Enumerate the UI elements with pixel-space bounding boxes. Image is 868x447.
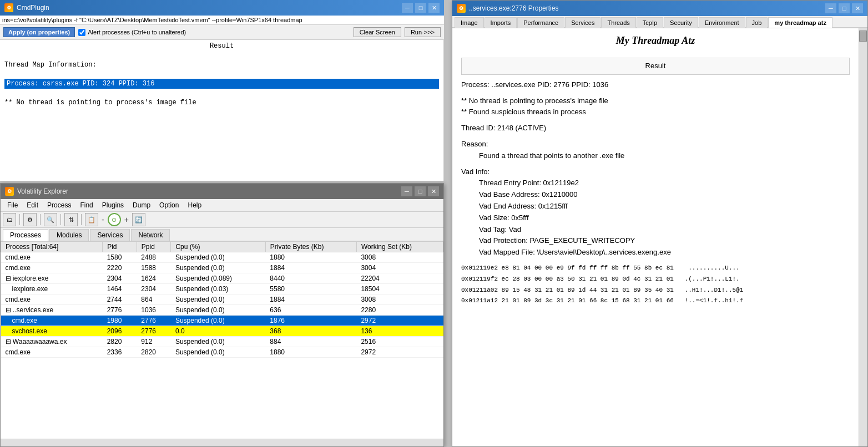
- table-row[interactable]: ⊟ Waaaawaaawa.ex 2820 912 Suspended (0.0…: [1, 337, 443, 347]
- tool-circle[interactable]: ⊙: [108, 213, 121, 226]
- run-button[interactable]: Run->>>: [405, 27, 441, 37]
- table-row[interactable]: cmd.exe 2336 2820 Suspended (0.0) 1880 2…: [1, 347, 443, 358]
- cell-pid: 1980: [103, 316, 137, 326]
- cell-cpu: Suspended (0.0): [171, 305, 265, 316]
- vol-close-button[interactable]: ✕: [428, 186, 439, 196]
- tool-refresh[interactable]: 🔄: [132, 213, 145, 226]
- table-row[interactable]: ⊟ ..services.exe 2776 1036 Suspended (0.…: [1, 305, 443, 316]
- cell-private: 368: [265, 326, 356, 337]
- tab-network[interactable]: Network: [131, 229, 170, 241]
- props-reason-section: Reason: Found a thread that points to an…: [461, 139, 850, 162]
- tool-settings[interactable]: ⚙: [23, 213, 37, 226]
- tab-threads[interactable]: Threads: [601, 17, 635, 28]
- col-working: Working Set (Kb): [356, 242, 443, 252]
- menu-find[interactable]: Find: [75, 200, 97, 210]
- cell-cpu: Suspended (0.0): [171, 294, 265, 305]
- tool-search[interactable]: 🔍: [44, 213, 57, 226]
- props-close-button[interactable]: ✕: [852, 3, 863, 13]
- tab-modules[interactable]: Modules: [49, 229, 89, 241]
- table-row[interactable]: cmd.exe 1580 2488 Suspended (0.0) 1880 3…: [1, 252, 443, 263]
- clear-screen-button[interactable]: Clear Screen: [354, 27, 401, 37]
- volatility-window: ⚙ Volatility Explorer ─ □ ✕ File Edit Pr…: [0, 183, 444, 447]
- cell-process: iexplore.exe: [1, 284, 103, 294]
- tab-tcpip[interactable]: TcpIp: [637, 17, 663, 28]
- output-thread-map: Thread Map Information:: [4, 61, 439, 69]
- tool-export[interactable]: 📋: [85, 213, 98, 226]
- cell-pid: 2744: [103, 294, 137, 305]
- menu-option[interactable]: Option: [155, 200, 183, 210]
- process-info: Process: ..services.exe PID: 2776 PPID: …: [461, 80, 608, 89]
- scrollbar-thumb[interactable]: [859, 31, 867, 42]
- tab-performance[interactable]: Performance: [517, 17, 564, 28]
- vad-field-1: Thread Entry Point: 0x12119e2: [479, 177, 850, 189]
- cell-ppid: 2488: [137, 252, 171, 263]
- sep3: [60, 214, 61, 225]
- apply-button[interactable]: Apply (on properties): [3, 27, 75, 37]
- tab-security[interactable]: Security: [664, 17, 698, 28]
- titlebar-title-area: ⚙ CmdPlugin: [4, 3, 49, 12]
- cell-process: cmd.exe: [1, 263, 103, 273]
- col-private: Private Bytes (Kb): [265, 242, 356, 252]
- vad-field-5: Vad Tag: Vad: [479, 224, 850, 236]
- thread-id-text: Thread ID: 2148 (ACTIVE): [461, 124, 546, 132]
- props-vad-section: Vad Info: Thread Entry Point: 0x12119e2 …: [461, 166, 850, 258]
- cell-process: ⊟ Waaaawaaawa.ex: [1, 337, 103, 347]
- cell-process: ⊟ ..services.exe: [1, 305, 103, 316]
- col-process: Process [Total:64]: [1, 242, 103, 252]
- cell-ppid: 1624: [137, 273, 171, 284]
- table-header-row: Process [Total:64] Pid Ppid Cpu (%) Priv…: [1, 242, 443, 252]
- cell-process: cmd.exe: [1, 294, 103, 305]
- tab-mythreadmap[interactable]: my threadmap atz: [768, 17, 832, 28]
- menu-file[interactable]: File: [3, 200, 22, 210]
- process-table-container: Process [Total:64] Pid Ppid Cpu (%) Priv…: [1, 241, 443, 439]
- cell-working: 3004: [356, 263, 443, 273]
- cell-pid: 2820: [103, 337, 137, 347]
- vertical-scrollbar[interactable]: [859, 28, 867, 446]
- window-controls: ─ □ ✕: [402, 3, 440, 13]
- tab-job[interactable]: Job: [746, 17, 768, 28]
- table-row[interactable]: cmd.exe 2220 1588 Suspended (0.0) 1884 3…: [1, 263, 443, 273]
- cell-cpu: 0.0: [171, 326, 265, 337]
- maximize-button[interactable]: □: [415, 3, 426, 13]
- vol-minimize-button[interactable]: ─: [401, 186, 412, 196]
- tool-arrows[interactable]: ⇅: [64, 213, 78, 226]
- cell-working: 2516: [356, 337, 443, 347]
- vad-field-4: Vad Size: 0x5fff: [479, 212, 850, 224]
- minimize-button[interactable]: ─: [402, 3, 413, 13]
- close-button[interactable]: ✕: [428, 3, 440, 13]
- cell-private: 1880: [265, 252, 356, 263]
- tab-image[interactable]: Image: [455, 17, 484, 28]
- table-row-highlighted-yellow[interactable]: svchost.exe 2096 2776 0.0 368 136: [1, 326, 443, 337]
- menu-plugins[interactable]: Plugins: [98, 200, 128, 210]
- cell-working: 22204: [356, 273, 443, 284]
- cell-working: 3008: [356, 252, 443, 263]
- tab-services[interactable]: Services: [90, 229, 130, 241]
- tool-open[interactable]: 🗂: [3, 213, 16, 226]
- props-minimize-button[interactable]: ─: [825, 3, 836, 13]
- tab-imports[interactable]: Imports: [485, 17, 517, 28]
- tab-environment[interactable]: Environment: [699, 17, 745, 28]
- menu-edit[interactable]: Edit: [22, 200, 43, 210]
- table-row[interactable]: ⊟ iexplore.exe 2304 1624 Suspended (0.08…: [1, 273, 443, 284]
- alert-checkbox[interactable]: [78, 29, 85, 36]
- output-blank4: [4, 106, 439, 114]
- cell-pid: 2096: [103, 326, 137, 337]
- cell-working: 136: [356, 326, 443, 337]
- table-row-highlighted-blue[interactable]: cmd.exe 1980 2776 Suspended (0.0) 1876 2…: [1, 316, 443, 326]
- tab-services[interactable]: Services: [565, 17, 600, 28]
- menu-dump[interactable]: Dump: [128, 200, 155, 210]
- menu-process[interactable]: Process: [43, 200, 75, 210]
- table-row[interactable]: iexplore.exe 1464 2304 Suspended (0.03) …: [1, 284, 443, 294]
- hex-line-2: 0x012119f2 ec 28 03 00 00 a3 50 31 21 01…: [461, 274, 850, 285]
- props-maximize-button[interactable]: □: [839, 3, 850, 13]
- menu-help[interactable]: Help: [183, 200, 206, 210]
- cell-private: 5580: [265, 284, 356, 294]
- tab-processes[interactable]: Processes: [3, 229, 48, 241]
- toolbar-row: 🗂 ⚙ 🔍 ⇅ 📋 - ⊙ + 🔄: [1, 212, 443, 228]
- horizontal-scrollbar[interactable]: [1, 439, 443, 446]
- table-row[interactable]: cmd.exe 2744 864 Suspended (0.0) 1884 30…: [1, 294, 443, 305]
- alert-checkbox-label[interactable]: Alert processes (Ctrl+u to unaltered): [78, 29, 186, 36]
- volatility-icon: ⚙: [5, 187, 14, 196]
- vol-maximize-button[interactable]: □: [415, 186, 426, 196]
- props-thread-id: Thread ID: 2148 (ACTIVE): [461, 123, 850, 134]
